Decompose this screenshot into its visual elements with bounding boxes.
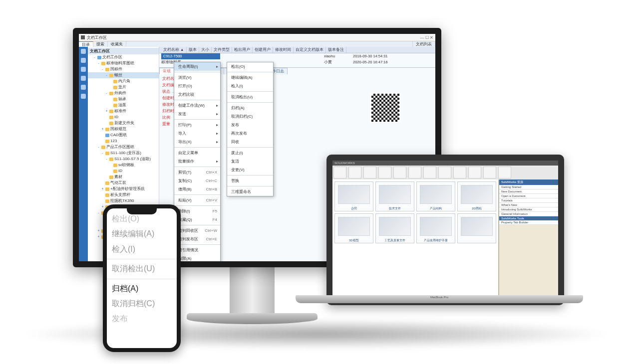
cad-thumbnail-grid[interactable]: 合同技术文件产品结构2D图纸3D模型工艺及质量文件产品使用维护手册: [332, 180, 499, 297]
column-header[interactable]: 自定义文档版本: [294, 47, 326, 53]
tree-node[interactable]: CAD图纸: [88, 132, 159, 138]
menu-item[interactable]: 批量操作▸: [174, 157, 220, 166]
tree-node[interactable]: 垫片: [88, 84, 159, 90]
activity-icon[interactable]: [81, 85, 86, 90]
tree-node[interactable]: 气动工装: [88, 180, 159, 186]
cad-thumbnail[interactable]: [457, 213, 496, 243]
tree-node[interactable]: -S11-100-S7.5 (油箱): [88, 156, 159, 162]
cad-ribbon[interactable]: [332, 166, 558, 180]
menu-item[interactable]: 取消归档(C): [227, 112, 273, 121]
menu-item[interactable]: 被引用情况: [174, 246, 220, 254]
phone-menu-item[interactable]: 取消检出(U): [112, 261, 172, 276]
tree-node[interactable]: ++配油井砂管理系统: [88, 186, 159, 192]
file-row[interactable]: C912-T500xiaohu2018-09-30 14:54:31: [159, 53, 435, 59]
activity-icon[interactable]: [81, 49, 86, 54]
column-header[interactable]: 文档名称 ▲: [161, 47, 187, 53]
menu-item[interactable]: 生命周期(I)▸: [174, 62, 220, 71]
tree-node[interactable]: ID: [88, 114, 159, 120]
menu-item[interactable]: 导出(X)▸: [174, 138, 220, 146]
menu-item[interactable]: 转到发布区Ctrl+E: [174, 235, 220, 243]
menu-item[interactable]: 自定义菜单: [174, 149, 220, 157]
column-header[interactable]: 创建用户: [253, 47, 273, 53]
phone-menu-list[interactable]: 检出(O)继续编辑(A)检入(I)取消检出(U)归档(A)取消归档(C)发布: [107, 208, 177, 327]
cad-thumbnail[interactable]: 2D图纸: [457, 182, 496, 211]
phone-menu-item[interactable]: 取消归档(C): [112, 296, 172, 311]
menu-item[interactable]: 取消检出(U): [227, 93, 273, 101]
menu-item[interactable]: 再次发布: [227, 129, 273, 138]
tree-node[interactable]: 内六角: [88, 78, 159, 84]
menu-item[interactable]: 发布: [227, 121, 273, 129]
cad-side-item[interactable]: Getting Started: [499, 185, 558, 189]
column-header[interactable]: 检出用户: [232, 47, 253, 53]
menu-item[interactable]: 回收: [227, 138, 273, 146]
column-header[interactable]: 文件类型: [212, 47, 232, 53]
cad-side-item[interactable]: Introducing SolidWorks: [499, 207, 558, 212]
tree-node[interactable]: -螺丝: [88, 72, 159, 78]
tree-node[interactable]: +标准件: [88, 108, 159, 114]
cad-thumbnail[interactable]: 技术文件: [375, 182, 414, 211]
menu-item[interactable]: 归档(A): [227, 104, 273, 112]
menu-item[interactable]: 复制(C)Ctrl+C: [174, 177, 220, 185]
cad-side-item[interactable]: What's New: [499, 203, 558, 207]
cad-thumbnail[interactable]: 产品使用维护手册: [416, 213, 455, 243]
context-menu-main[interactable]: 生命周期(I)▸浏览(V)打开(O)文档比较创建工作流(W)▸发送▸打印(P)▸…: [174, 62, 221, 261]
tree-node[interactable]: ID: [88, 168, 159, 174]
tree-node[interactable]: -国标件: [88, 66, 159, 72]
phone-menu-item[interactable]: 检入(I): [112, 242, 172, 257]
menu-item[interactable]: 权限(A): [174, 254, 220, 261]
menu-item[interactable]: 粘贴(V)Ctrl+V: [174, 196, 220, 204]
tree-node[interactable]: 123: [88, 138, 159, 144]
menu-item[interactable]: 剪切(T)Ctrl+X: [174, 168, 220, 177]
tree-node[interactable]: sd软钢板: [88, 162, 159, 168]
menu-item[interactable]: 打开(O): [174, 82, 220, 90]
cad-side-item[interactable]: Property Tab Builder: [499, 220, 558, 225]
tree-node[interactable]: -产品工作区图纸: [88, 144, 159, 150]
menu-item[interactable]: 废止(I): [227, 149, 273, 157]
cad-thumbnail[interactable]: 工艺及质量文件: [375, 213, 414, 243]
menu-item[interactable]: 浏览(V): [174, 73, 220, 82]
column-header[interactable]: 修改时间: [273, 47, 294, 53]
tree-node[interactable]: 轴承: [88, 96, 159, 102]
menu-item[interactable]: 继续编辑(A): [227, 73, 273, 82]
window-titlebar[interactable]: 文档工作区 — ☐ ✕: [79, 34, 435, 41]
tree-node[interactable]: -标准物料库图纸: [88, 60, 159, 66]
activity-icon[interactable]: [81, 67, 86, 72]
cad-side-item[interactable]: Open a Document: [499, 194, 558, 198]
tree-node[interactable]: 素材: [88, 174, 159, 180]
cad-titlebar[interactable]: SOLIDWORKS: [332, 161, 558, 166]
menu-item[interactable]: 转到回收区Ctrl+W: [174, 226, 220, 235]
menu-item[interactable]: 变更(V): [227, 166, 273, 174]
column-header[interactable]: 大小: [199, 47, 212, 53]
tree-node[interactable]: 桩头支撑杆: [88, 192, 159, 198]
menu-item[interactable]: 删除(I)F5: [174, 207, 220, 215]
phone-menu-item[interactable]: 继续编辑(A): [112, 226, 172, 241]
phone-menu-item[interactable]: 发布: [112, 311, 172, 326]
cad-thumbnail[interactable]: 3D模型: [334, 213, 373, 243]
activity-icon[interactable]: [81, 76, 86, 81]
menu-item[interactable]: 替换: [227, 177, 273, 185]
tree-node[interactable]: 油泵: [88, 102, 159, 108]
window-buttons[interactable]: — ☐ ✕: [420, 35, 433, 40]
activity-icon[interactable]: [81, 58, 86, 63]
tree-node[interactable]: -外购件: [88, 90, 159, 96]
menu-item[interactable]: 三维重命名: [227, 187, 273, 196]
tree-node[interactable]: -文档工作区: [88, 54, 159, 60]
column-header[interactable]: 版本: [187, 47, 199, 53]
cad-side-item[interactable]: General Information: [499, 212, 558, 216]
context-menu-lifecycle[interactable]: 检出(O)继续编辑(A)检入(I)取消检出(U)归档(A)取消归档(C)发布再次…: [227, 62, 274, 196]
tree-node[interactable]: 新建文件夹: [88, 120, 159, 126]
menu-item[interactable]: 收藏(Q)F4: [174, 215, 220, 224]
column-header[interactable]: 版本备注: [326, 47, 346, 53]
menu-item[interactable]: 发送▸: [174, 110, 220, 118]
activity-icon[interactable]: [81, 94, 86, 99]
tree-node[interactable]: +国标规范: [88, 126, 159, 132]
menu-item[interactable]: 检入(I): [227, 82, 273, 90]
cad-side-item[interactable]: New Document: [499, 189, 558, 194]
cad-side-item[interactable]: Tutorials: [499, 198, 558, 203]
cad-thumbnail[interactable]: 合同: [334, 182, 373, 211]
cad-thumbnail[interactable]: 产品结构: [416, 182, 455, 211]
menu-item[interactable]: 借用(B)Ctrl+B: [174, 185, 220, 193]
menu-item[interactable]: 复活: [227, 157, 273, 166]
detail-tab[interactable]: 常规: [159, 68, 174, 74]
menu-item[interactable]: 导入▸: [174, 129, 220, 138]
